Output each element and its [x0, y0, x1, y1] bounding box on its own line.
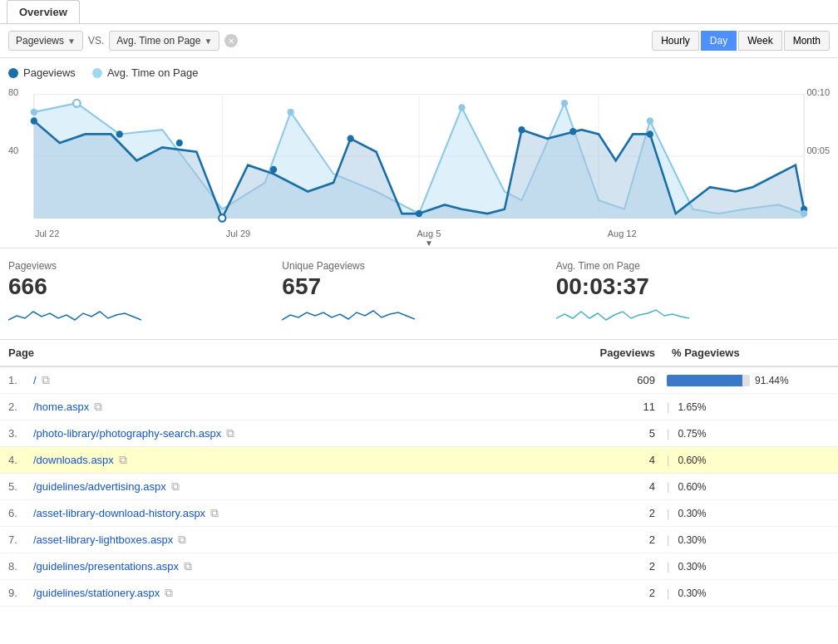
pageviews-cell: 4 [564, 480, 663, 493]
svg-point-12 [116, 130, 123, 138]
row-number: 2. [8, 401, 23, 413]
page-cell: 7. /asset-library-lightboxes.aspx ⧉ [8, 533, 564, 547]
copy-icon[interactable]: ⧉ [171, 479, 180, 494]
stat-avg-time: Avg. Time on Page 00:03:37 [556, 260, 830, 331]
remove-metric-button[interactable]: ✕ [224, 34, 238, 47]
pct-cell: | 0.30% [663, 560, 830, 573]
table-row: 3. /photo-library/photography-search.asp… [0, 420, 838, 447]
page-link[interactable]: / [33, 374, 37, 386]
metric1-arrow-icon: ▼ [67, 37, 76, 46]
svg-point-19 [569, 128, 576, 135]
row-number: 7. [8, 533, 23, 546]
pct-text: 1.65% [678, 401, 715, 413]
month-button[interactable]: Month [784, 31, 830, 51]
tab-bar: Overview [0, 0, 838, 24]
stat-avg-time-label: Avg. Time on Page [556, 260, 813, 272]
y-right-mid: 00:05 [806, 145, 830, 155]
pipe: | [667, 533, 669, 546]
chart-section: Pageviews Avg. Time on Page 80 40 00:10 … [0, 58, 838, 248]
copy-icon[interactable]: ⧉ [42, 373, 50, 387]
copy-icon[interactable]: ⧉ [165, 586, 173, 600]
legend-pageviews: Pageviews [8, 66, 76, 79]
page-cell: 2. /home.aspx ⧉ [8, 400, 564, 414]
table-row: 8. /guidelines/presentations.aspx ⧉ 2 | … [0, 553, 838, 580]
svg-point-25 [458, 104, 465, 111]
row-number: 8. [8, 560, 23, 573]
pct-text: 0.60% [678, 481, 715, 493]
pageviews-cell: 4 [564, 454, 663, 466]
week-button[interactable]: Week [738, 31, 781, 51]
svg-point-22 [31, 109, 37, 116]
svg-point-13 [176, 140, 183, 147]
page-cell: 8. /guidelines/presentations.aspx ⧉ [8, 559, 564, 573]
metric1-button[interactable]: Pageviews ▼ [8, 31, 83, 51]
pct-cell: | 0.30% [663, 587, 830, 599]
stats-section: Pageviews 666 Unique Pageviews 657 Avg. … [0, 248, 838, 340]
svg-point-20 [647, 130, 653, 138]
page-link[interactable]: /photo-library/photography-search.aspx [33, 427, 221, 440]
pipe: | [667, 507, 669, 519]
page-link[interactable]: /guidelines/stationery.aspx [33, 587, 160, 599]
pct-text: 0.30% [678, 534, 715, 546]
time-buttons: Hourly Day Week Month [652, 31, 830, 51]
legend-avg-time-label: Avg. Time on Page [107, 66, 199, 79]
pct-text: 0.60% [678, 455, 715, 466]
stat-unique-pageviews: Unique Pageviews 657 [282, 260, 555, 331]
copy-icon[interactable]: ⧉ [178, 533, 186, 547]
pct-cell: | 0.60% [663, 454, 830, 466]
copy-icon[interactable]: ⧉ [94, 400, 102, 414]
row-number: 9. [8, 587, 23, 599]
stat-pageviews-value: 666 [8, 273, 265, 300]
pct-bar-container [667, 375, 750, 386]
legend-pageviews-dot [8, 68, 18, 78]
stat-unique-value: 657 [282, 273, 539, 300]
copy-icon[interactable]: ⧉ [226, 426, 234, 440]
legend-avg-time-dot [92, 68, 102, 78]
day-button[interactable]: Day [701, 31, 737, 51]
page-link[interactable]: /guidelines/presentations.aspx [33, 560, 179, 573]
table-row: 1. / ⧉ 609 91.44% [0, 367, 838, 394]
tab-overview[interactable]: Overview [7, 0, 80, 23]
y-right-top: 00:10 [806, 87, 830, 97]
page-cell: 1. / ⧉ [8, 373, 564, 387]
page-cell: 4. /downloads.aspx ⧉ [8, 453, 564, 467]
stat-pageviews: Pageviews 666 [8, 260, 282, 331]
aug5-arrow-icon: ▼ [425, 238, 433, 248]
col-header-pct: % Pageviews [663, 347, 830, 359]
stat-pageviews-label: Pageviews [8, 260, 265, 272]
sparkline-pageviews [8, 303, 265, 331]
pct-cell: | 1.65% [663, 401, 830, 413]
page-link[interactable]: /asset-library-download-history.aspx [33, 507, 205, 519]
copy-icon[interactable]: ⧉ [210, 506, 219, 520]
metric2-label: Avg. Time on Page [116, 35, 200, 47]
x-label-aug5: Aug 5 [417, 229, 441, 238]
chart-legend: Pageviews Avg. Time on Page [8, 66, 830, 79]
x-label-jul29: Jul 29 [226, 229, 250, 248]
stat-unique-label: Unique Pageviews [282, 260, 539, 272]
pipe: | [667, 480, 669, 493]
page-link[interactable]: /asset-library-lightboxes.aspx [33, 533, 173, 546]
table-section: Page Pageviews % Pageviews 1. / ⧉ 609 91… [0, 340, 838, 607]
legend-pageviews-label: Pageviews [23, 66, 76, 79]
row-number: 4. [8, 454, 23, 466]
page-link[interactable]: /home.aspx [33, 401, 89, 413]
sparkline-unique [282, 303, 539, 331]
x-label-jul22: Jul 22 [35, 229, 59, 248]
pct-cell: | 0.30% [663, 507, 830, 519]
hourly-button[interactable]: Hourly [652, 31, 699, 51]
chart-container: 80 40 00:10 00:05 [8, 86, 830, 227]
pageviews-cell: 11 [564, 401, 663, 413]
stat-avg-time-value: 00:03:37 [556, 273, 813, 300]
table-header: Page Pageviews % Pageviews [0, 340, 838, 367]
page-link[interactable]: /downloads.aspx [33, 454, 114, 466]
page-link[interactable]: /guidelines/advertising.aspx [33, 480, 166, 493]
copy-icon[interactable]: ⧉ [119, 453, 127, 467]
col-header-page: Page [8, 347, 564, 359]
metric2-button[interactable]: Avg. Time on Page ▼ [109, 31, 219, 51]
svg-point-16 [348, 135, 354, 143]
pageviews-cell: 609 [564, 374, 663, 386]
toolbar: Pageviews ▼ VS. Avg. Time on Page ▼ ✕ Ho… [0, 24, 838, 58]
page-cell: 5. /guidelines/advertising.aspx ⧉ [8, 479, 564, 494]
copy-icon[interactable]: ⧉ [184, 559, 192, 573]
pipe: | [667, 560, 669, 573]
